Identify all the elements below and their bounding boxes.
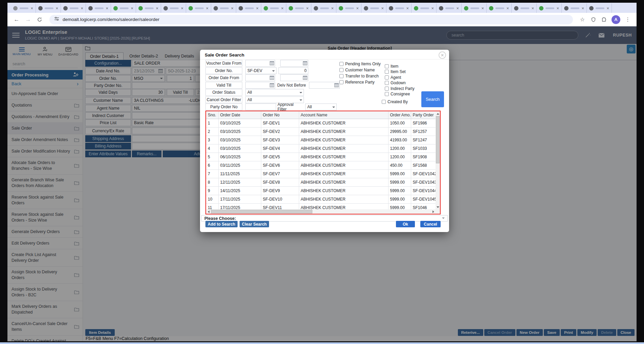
tab-close-icon[interactable]: × [456, 6, 459, 10]
tab-close-icon[interactable]: × [406, 6, 409, 10]
checkbox-box[interactable] [339, 80, 343, 84]
forward-icon[interactable]: → [23, 15, 33, 25]
table-row[interactable]: 4 03/10/2025 SF-DEV4 ABHISHEK CUSTOMER 1… [206, 144, 436, 153]
checkbox-box[interactable] [385, 87, 389, 91]
browser-tab[interactable]: × [286, 3, 311, 13]
calendar-icon[interactable] [270, 83, 274, 87]
calendar-icon[interactable] [303, 76, 307, 80]
add-to-search-button[interactable]: Add to Search [205, 221, 238, 227]
checkbox-box[interactable] [385, 64, 389, 68]
scroll-left-icon[interactable] [206, 209, 210, 214]
checkbox-box[interactable] [382, 100, 386, 104]
browser-tab[interactable]: × [512, 3, 537, 13]
filter-checkbox[interactable]: Transfer to Branch [339, 74, 379, 78]
party-order-no-input[interactable] [245, 104, 276, 110]
browser-tab[interactable]: × [36, 3, 61, 13]
calendar-icon[interactable] [270, 61, 274, 65]
browser-tab[interactable]: × [186, 3, 211, 13]
calendar-icon[interactable] [334, 83, 339, 87]
filter-checkbox[interactable]: Reference Party [339, 80, 375, 85]
table-row[interactable]: 1 03/10/2025 SF-DEV1 ABHISHEK CUSTOMER 1… [206, 119, 436, 127]
table-row[interactable]: 2 03/10/2025 SF-DEV2 ABHISHEK CUSTOMER 2… [206, 127, 436, 136]
browser-tab[interactable]: × [562, 3, 587, 13]
extensions-puzzle-icon[interactable] [599, 15, 609, 24]
tab-close-icon[interactable]: × [556, 6, 559, 10]
url-bar[interactable]: demoalt.logicerp.com/demo/saleorder/sale… [49, 15, 573, 24]
tab-close-icon[interactable]: × [231, 6, 234, 10]
tab-close-icon[interactable]: × [256, 6, 259, 10]
tab-close-icon[interactable]: × [481, 6, 484, 10]
horizontal-scrollbar[interactable] [206, 209, 436, 214]
filter-checkbox[interactable]: Godown [385, 81, 406, 85]
scroll-up-icon[interactable] [436, 111, 440, 116]
checkbox-box[interactable] [339, 68, 343, 72]
browser-tab[interactable]: × [11, 3, 36, 13]
browser-tab[interactable]: × [386, 3, 412, 13]
tab-close-icon[interactable]: × [55, 6, 58, 10]
scroll-down-icon[interactable] [436, 205, 440, 209]
reload-icon[interactable] [35, 15, 45, 25]
checkbox-box[interactable] [339, 62, 343, 66]
order-status-dropdown[interactable]: All [245, 89, 304, 96]
table-row[interactable]: 3 03/10/2025 SF-DEV3 ABHISHEK CUSTOMER 4… [206, 136, 436, 144]
filter-checkbox[interactable]: Item Set [385, 69, 406, 74]
tab-close-icon[interactable]: × [306, 6, 309, 10]
checkbox-box[interactable] [385, 81, 389, 85]
scroll-right-icon[interactable] [431, 209, 436, 214]
clear-search-button[interactable]: Clear Search [240, 221, 269, 227]
vertical-scrollbar[interactable] [436, 111, 440, 209]
browser-tab[interactable]: × [587, 3, 612, 13]
bookmark-star-icon[interactable]: ☆ [578, 15, 587, 24]
tab-close-icon[interactable]: × [431, 6, 434, 10]
tab-close-icon[interactable]: × [206, 6, 208, 10]
voucher-date-from-input[interactable] [245, 60, 275, 67]
checkbox-box[interactable] [385, 75, 389, 79]
close-icon[interactable]: × [439, 51, 446, 59]
tab-close-icon[interactable]: × [131, 6, 133, 10]
tab-close-icon[interactable]: × [281, 6, 284, 10]
shield-icon[interactable] [589, 15, 598, 24]
browser-tab[interactable]: × [211, 3, 236, 13]
browser-tab[interactable]: × [261, 3, 286, 13]
voucher-date-to-input[interactable] [280, 60, 308, 67]
delv-not-before-input[interactable] [309, 82, 340, 89]
order-date-from-input[interactable] [245, 74, 275, 81]
horizontal-scroll-thumb[interactable] [211, 210, 312, 213]
table-row[interactable]: 8 12/11/2025 SF-DEV8 ABHISHEK CUSTOMER 5… [206, 178, 436, 186]
tab-close-icon[interactable]: × [30, 6, 33, 10]
search-button[interactable]: Search [421, 91, 444, 107]
tab-close-icon[interactable]: × [356, 6, 359, 10]
table-row[interactable]: 5 06/10/2025 SF-DEV5 ABHISHEK CUSTOMER 1… [206, 153, 436, 161]
order-series-dropdown[interactable]: SF-DEV [245, 67, 276, 74]
site-info-icon[interactable] [54, 16, 59, 23]
browser-tab[interactable]: × [236, 3, 261, 13]
ok-button[interactable]: Ok [396, 221, 415, 227]
browser-tab[interactable]: × [161, 3, 186, 13]
browser-tab[interactable]: × [336, 3, 361, 13]
filter-checkbox[interactable]: Agent [385, 75, 401, 80]
tab-close-icon[interactable]: × [381, 6, 384, 10]
browser-tab[interactable]: × [311, 3, 336, 13]
table-row[interactable]: 10 17/11/2025 SF-DEV10 ABHISHEK CUSTOMER… [206, 195, 436, 203]
browser-tab[interactable]: × [537, 3, 562, 13]
checkbox-box[interactable] [339, 74, 343, 78]
tab-close-icon[interactable]: × [81, 6, 83, 10]
table-row[interactable]: 9 14/11/2025 SF-DEV9 ABHISHEK CUSTOMER 5… [206, 186, 436, 195]
calendar-icon[interactable] [303, 61, 307, 65]
table-row[interactable]: 7 11/11/2025 SF-DEV7 ABHISHEK CUSTOMER 5… [206, 169, 436, 178]
browser-tab[interactable]: × [437, 3, 462, 13]
order-date-to-input[interactable] [280, 74, 308, 81]
tab-close-icon[interactable]: × [506, 6, 509, 10]
checkbox-box[interactable] [385, 70, 389, 74]
browser-tab[interactable]: × [487, 3, 512, 13]
tab-close-icon[interactable]: × [606, 6, 609, 10]
tab-close-icon[interactable]: × [181, 6, 183, 10]
created-by-checkbox[interactable]: Created By [382, 99, 408, 104]
cancel-button[interactable]: Cancel [420, 221, 441, 227]
browser-tab[interactable]: × [111, 3, 136, 13]
browser-tab[interactable]: × [61, 3, 86, 13]
tab-close-icon[interactable]: × [106, 6, 108, 10]
browser-tab[interactable]: × [361, 3, 386, 13]
table-row[interactable]: 6 03/11/2025 SF-DEV6 ABHISHEK CUSTOMER 4… [206, 161, 436, 169]
browser-menu-kebab-icon[interactable]: ⋮ [623, 15, 632, 24]
